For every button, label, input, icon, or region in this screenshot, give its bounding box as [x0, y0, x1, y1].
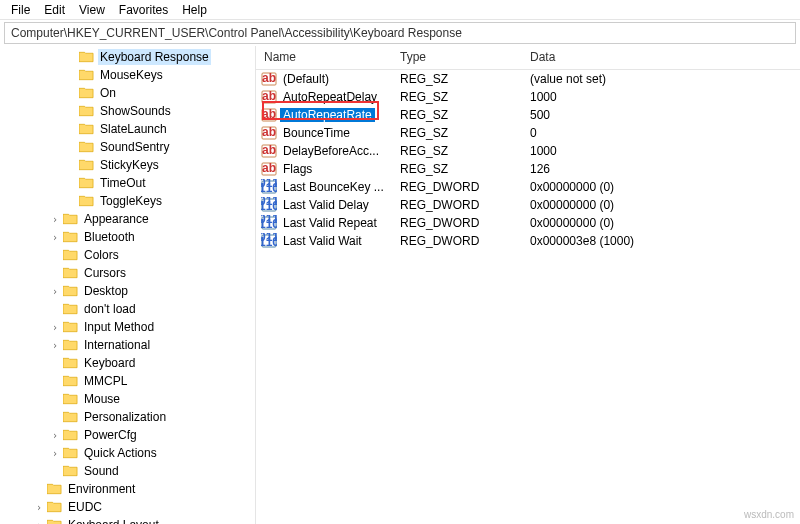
menu-favorites[interactable]: Favorites — [112, 1, 175, 19]
folder-icon — [62, 283, 78, 299]
value-row[interactable]: abDelayBeforeAcc...REG_SZ1000 — [256, 142, 800, 160]
folder-icon — [78, 67, 94, 83]
tree-item-label: Keyboard Layout — [66, 517, 161, 524]
value-type: REG_SZ — [392, 90, 522, 104]
folder-icon — [62, 319, 78, 335]
main-area: Keyboard ResponseMouseKeysOnShowSoundsSl… — [0, 46, 800, 524]
chevron-icon[interactable]: › — [48, 286, 62, 297]
tree-item[interactable]: MMCPL — [0, 372, 255, 390]
value-data: 1000 — [522, 144, 800, 158]
tree-item-label: Quick Actions — [82, 445, 159, 461]
chevron-icon[interactable]: › — [48, 448, 62, 459]
tree-item[interactable]: ›Quick Actions — [0, 444, 255, 462]
folder-icon — [78, 85, 94, 101]
menu-view[interactable]: View — [72, 1, 112, 19]
value-row[interactable]: abBounceTimeREG_SZ0 — [256, 124, 800, 142]
svg-text:ab: ab — [262, 107, 276, 121]
value-data: 0x00000000 (0) — [522, 180, 800, 194]
value-row[interactable]: abFlagsREG_SZ126 — [256, 160, 800, 178]
tree-item[interactable]: SlateLaunch — [0, 120, 255, 138]
svg-text:ab: ab — [262, 89, 276, 103]
tree-item[interactable]: Colors — [0, 246, 255, 264]
value-row[interactable]: abAutoRepeatRateREG_SZ500 — [256, 106, 800, 124]
tree-item[interactable]: Personalization — [0, 408, 255, 426]
column-header-data[interactable]: Data — [522, 46, 800, 69]
tree-item-label: Input Method — [82, 319, 156, 335]
tree-item[interactable]: don't load — [0, 300, 255, 318]
tree-item[interactable]: ›Keyboard Layout — [0, 516, 255, 524]
value-row[interactable]: ab(Default)REG_SZ(value not set) — [256, 70, 800, 88]
menu-edit[interactable]: Edit — [37, 1, 72, 19]
chevron-icon[interactable]: › — [48, 322, 62, 333]
value-row[interactable]: 011110Last Valid RepeatREG_DWORD0x000000… — [256, 214, 800, 232]
tree-item[interactable]: ›Bluetooth — [0, 228, 255, 246]
value-type: REG_SZ — [392, 108, 522, 122]
tree-item[interactable]: ›Input Method — [0, 318, 255, 336]
address-bar[interactable]: Computer\HKEY_CURRENT_USER\Control Panel… — [4, 22, 796, 44]
menu-file[interactable]: File — [4, 1, 37, 19]
folder-icon — [62, 463, 78, 479]
tree-item[interactable]: Keyboard — [0, 354, 255, 372]
tree-item-label: EUDC — [66, 499, 104, 515]
tree-item-label: ShowSounds — [98, 103, 173, 119]
value-row[interactable]: 011110Last BounceKey ...REG_DWORD0x00000… — [256, 178, 800, 196]
value-row[interactable]: 011110Last Valid DelayREG_DWORD0x0000000… — [256, 196, 800, 214]
chevron-icon[interactable]: › — [32, 520, 46, 525]
tree-item-label: don't load — [82, 301, 138, 317]
tree-item[interactable]: Keyboard Response — [0, 48, 255, 66]
tree-item[interactable]: ›PowerCfg — [0, 426, 255, 444]
tree-item[interactable]: ShowSounds — [0, 102, 255, 120]
folder-icon — [62, 229, 78, 245]
value-row[interactable]: abAutoRepeatDelayREG_SZ1000 — [256, 88, 800, 106]
menu-help[interactable]: Help — [175, 1, 214, 19]
column-header-name[interactable]: Name — [256, 46, 392, 69]
value-data: 0x00000000 (0) — [522, 216, 800, 230]
tree-item-label: Keyboard — [82, 355, 137, 371]
tree-item-label: Sound — [82, 463, 121, 479]
value-name: Last BounceKey ... — [278, 180, 392, 194]
svg-text:110: 110 — [261, 181, 277, 195]
tree-item-label: ToggleKeys — [98, 193, 164, 209]
folder-icon — [46, 517, 62, 524]
value-type: REG_DWORD — [392, 180, 522, 194]
tree-panel[interactable]: Keyboard ResponseMouseKeysOnShowSoundsSl… — [0, 46, 256, 524]
folder-icon — [62, 409, 78, 425]
chevron-icon[interactable]: › — [48, 214, 62, 225]
value-name: BounceTime — [278, 126, 392, 140]
tree-item[interactable]: Cursors — [0, 264, 255, 282]
value-type-icon: 011110 — [260, 197, 278, 213]
tree-item[interactable]: StickyKeys — [0, 156, 255, 174]
tree-item-label: Desktop — [82, 283, 130, 299]
tree-item[interactable]: Sound — [0, 462, 255, 480]
value-data: 126 — [522, 162, 800, 176]
tree-item-label: Mouse — [82, 391, 122, 407]
chevron-icon[interactable]: › — [48, 232, 62, 243]
tree-item[interactable]: On — [0, 84, 255, 102]
column-header-type[interactable]: Type — [392, 46, 522, 69]
tree-item-label: Bluetooth — [82, 229, 137, 245]
tree-item[interactable]: ›Appearance — [0, 210, 255, 228]
folder-icon — [46, 499, 62, 515]
tree-item[interactable]: Mouse — [0, 390, 255, 408]
tree-item[interactable]: TimeOut — [0, 174, 255, 192]
tree-item[interactable]: ›International — [0, 336, 255, 354]
value-type-icon: 011110 — [260, 233, 278, 249]
tree-item[interactable]: SoundSentry — [0, 138, 255, 156]
chevron-icon[interactable]: › — [32, 502, 46, 513]
value-type-icon: ab — [260, 89, 278, 105]
tree-item-label: Personalization — [82, 409, 168, 425]
chevron-icon[interactable]: › — [48, 340, 62, 351]
tree-item[interactable]: ›Desktop — [0, 282, 255, 300]
tree-item-label: MouseKeys — [98, 67, 165, 83]
tree-item[interactable]: ›EUDC — [0, 498, 255, 516]
folder-icon — [78, 49, 94, 65]
tree-item-label: SoundSentry — [98, 139, 171, 155]
value-data: 0x00000000 (0) — [522, 198, 800, 212]
tree-item[interactable]: ToggleKeys — [0, 192, 255, 210]
chevron-icon[interactable]: › — [48, 430, 62, 441]
tree-item[interactable]: Environment — [0, 480, 255, 498]
value-row[interactable]: 011110Last Valid WaitREG_DWORD0x000003e8… — [256, 232, 800, 250]
folder-icon — [78, 157, 94, 173]
value-data: 1000 — [522, 90, 800, 104]
tree-item[interactable]: MouseKeys — [0, 66, 255, 84]
